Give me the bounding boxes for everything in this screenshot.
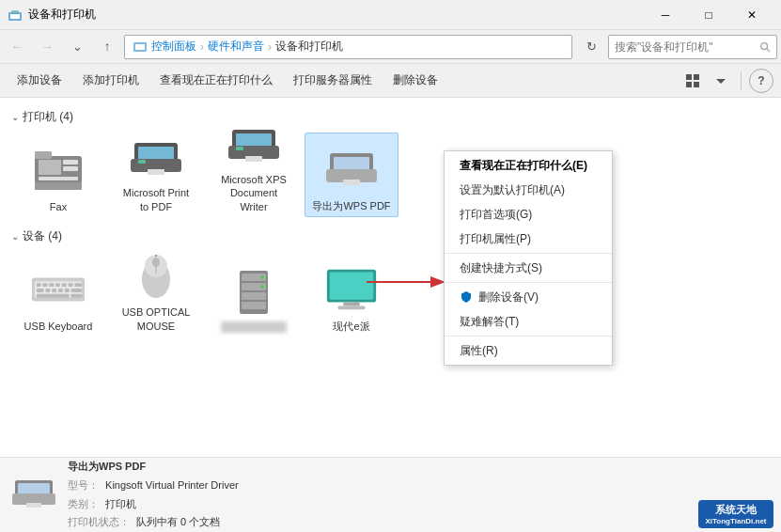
svg-rect-60 xyxy=(242,302,266,309)
server-device-icon xyxy=(226,266,282,318)
add-printer-button[interactable]: 添加打印机 xyxy=(73,69,148,93)
context-menu: 查看现在正在打印什么(E) 设置为默认打印机(A) 打印首选项(G) 打印机属性… xyxy=(444,150,613,366)
ctx-troubleshoot[interactable]: 疑难解答(T) xyxy=(445,309,612,334)
xps-icon xyxy=(226,122,282,169)
title-bar: 设备和打印机 ─ □ ✕ xyxy=(0,0,781,30)
window-icon xyxy=(8,8,23,23)
ms-pdf-label: Microsoft Printto PDF xyxy=(123,186,189,213)
svg-rect-7 xyxy=(686,74,692,80)
svg-rect-18 xyxy=(35,182,82,190)
xps-label: Microsoft XPSDocumentWriter xyxy=(221,173,287,213)
ctx-separator-3 xyxy=(445,336,612,336)
svg-rect-2 xyxy=(11,10,19,13)
search-input[interactable] xyxy=(615,40,756,54)
view-icon xyxy=(685,73,700,88)
devices-toggle[interactable]: ⌄ xyxy=(11,231,19,242)
device-item-wps-pdf[interactable]: 导出为WPS PDF xyxy=(305,133,398,217)
device-item-mouse[interactable]: USB OPTICALMOUSE xyxy=(109,252,203,336)
svg-point-61 xyxy=(260,275,264,279)
refresh-button[interactable]: ↻ xyxy=(578,34,604,60)
close-button[interactable]: ✕ xyxy=(730,0,773,30)
device-item-server[interactable] xyxy=(207,252,301,336)
svg-rect-13 xyxy=(39,160,61,175)
svg-marker-11 xyxy=(716,79,726,84)
svg-rect-41 xyxy=(69,283,73,287)
up-button[interactable]: ↑ xyxy=(94,34,120,60)
forward-button[interactable]: → xyxy=(34,34,60,60)
ctx-properties[interactable]: 属性(R) xyxy=(445,338,612,363)
server-label xyxy=(221,321,287,333)
svg-rect-28 xyxy=(236,147,243,150)
maximize-button[interactable]: □ xyxy=(687,0,730,30)
search-box[interactable] xyxy=(608,35,777,59)
svg-line-6 xyxy=(767,48,770,51)
svg-rect-39 xyxy=(55,283,60,287)
print-server-button[interactable]: 打印服务器属性 xyxy=(284,69,382,93)
watermark: 系统天地 XiTongTianDi.net xyxy=(698,500,773,528)
ctx-printer-props[interactable]: 打印机属性(P) xyxy=(445,227,612,251)
breadcrumb-part2[interactable]: 硬件和声音 xyxy=(208,39,264,55)
svg-rect-42 xyxy=(74,283,82,287)
printers-toggle[interactable]: ⌄ xyxy=(11,112,19,122)
search-icon xyxy=(759,40,771,54)
status-category: 类别： 打印机 xyxy=(68,495,239,514)
status-type: 型号： Kingsoft Virtual Printer Driver xyxy=(68,477,239,495)
device-item-ms-pdf[interactable]: Microsoft Printto PDF xyxy=(109,133,203,217)
svg-rect-14 xyxy=(63,160,78,164)
help-button[interactable]: ? xyxy=(749,69,773,93)
status-info: 导出为WPS PDF 型号： Kingsoft Virtual Printer … xyxy=(68,458,239,532)
back-button[interactable]: ← xyxy=(4,34,30,60)
ctx-create-shortcut[interactable]: 创建快捷方式(S) xyxy=(445,256,612,280)
toolbar: 添加设备 添加打印机 查看现在正在打印什么 打印服务器属性 删除设备 ? xyxy=(0,64,781,98)
breadcrumb-part1[interactable]: 控制面板 xyxy=(151,39,196,55)
svg-rect-32 xyxy=(343,180,360,185)
svg-point-63 xyxy=(260,294,264,298)
device-item-xps[interactable]: Microsoft XPSDocumentWriter xyxy=(207,133,301,217)
remove-device-button[interactable]: 删除设备 xyxy=(383,69,447,93)
ctx-separator-1 xyxy=(445,253,612,254)
fax-label: Fax xyxy=(50,200,67,213)
chevron-down-icon xyxy=(716,76,726,86)
svg-rect-36 xyxy=(37,283,41,287)
device-item-fax[interactable]: Fax xyxy=(11,133,105,217)
main-content: ⌄ 打印机 (4) Fax xyxy=(0,98,781,457)
devices-section-header: ⌄ 设备 (4) xyxy=(11,228,770,244)
svg-rect-16 xyxy=(39,177,78,180)
ctx-remove-device[interactable]: 删除设备(V) xyxy=(445,285,612,309)
device-item-keyboard[interactable]: USB Keyboard xyxy=(11,252,105,336)
window-title: 设备和打印机 xyxy=(28,7,644,23)
svg-rect-9 xyxy=(686,82,692,87)
minimize-button[interactable]: ─ xyxy=(644,0,687,30)
address-box: 控制面板 › 硬件和声音 › 设备和打印机 xyxy=(124,35,572,59)
status-bar: 导出为WPS PDF 型号： Kingsoft Virtual Printer … xyxy=(0,457,781,532)
svg-rect-4 xyxy=(135,44,145,50)
svg-rect-44 xyxy=(45,289,50,292)
svg-point-5 xyxy=(761,42,768,49)
svg-rect-49 xyxy=(37,294,70,298)
devices-grid: USB Keyboard USB OPTICALMOUSE xyxy=(11,252,770,336)
monitor-label: 现代e派 xyxy=(333,320,369,333)
svg-rect-45 xyxy=(52,289,56,292)
status-device-icon xyxy=(11,473,56,518)
svg-rect-65 xyxy=(330,273,373,300)
address-icon xyxy=(133,39,148,55)
printers-label: 打印机 (4) xyxy=(23,109,73,125)
svg-rect-33 xyxy=(334,170,341,174)
add-device-button[interactable]: 添加设备 xyxy=(8,69,71,93)
ctx-set-default[interactable]: 设置为默认打印机(A) xyxy=(445,178,612,202)
ctx-print-prefs[interactable]: 打印首选项(G) xyxy=(445,202,612,227)
svg-rect-17 xyxy=(35,151,52,159)
keyboard-device-icon xyxy=(30,264,86,316)
view-toggle-button[interactable] xyxy=(680,69,705,93)
breadcrumb-part3: 设备和打印机 xyxy=(275,39,343,55)
shield-icon xyxy=(460,290,473,304)
device-item-monitor[interactable]: 现代e派 xyxy=(305,252,398,336)
fax-icon xyxy=(30,145,86,196)
ctx-view-current[interactable]: 查看现在正在打印什么(E) xyxy=(445,153,612,178)
recent-button[interactable]: ⌄ xyxy=(64,34,90,60)
view-dropdown-button[interactable] xyxy=(709,69,733,93)
monitor-device-icon xyxy=(323,264,380,316)
view-current-button[interactable]: 查看现在正在打印什么 xyxy=(150,69,282,93)
svg-rect-73 xyxy=(26,503,41,508)
svg-rect-47 xyxy=(65,289,70,292)
